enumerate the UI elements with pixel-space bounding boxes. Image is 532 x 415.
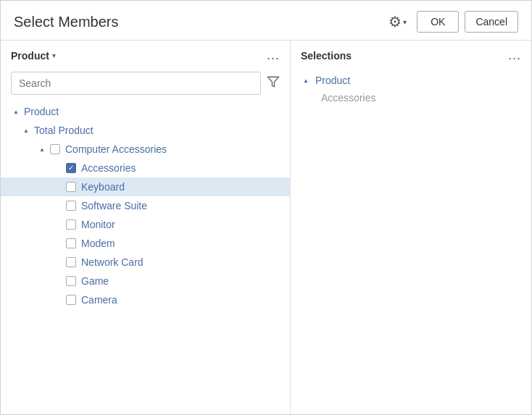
search-area — [1, 69, 290, 102]
camera-checkbox[interactable] — [66, 295, 76, 305]
selections-tree: ▲ Product Accessories — [291, 69, 531, 109]
tree-item-modem[interactable]: Modem — [1, 234, 290, 253]
left-panel-header: Product ▾ ... — [1, 41, 290, 69]
search-input[interactable] — [12, 72, 260, 94]
left-panel-options[interactable]: ... — [267, 48, 280, 63]
filter-icon[interactable] — [267, 75, 280, 91]
dialog-body: Product ▾ ... ▲ — [1, 41, 531, 414]
product-expand-icon: ▲ — [11, 106, 21, 117]
keyboard-label: Keyboard — [81, 181, 125, 193]
total-product-label: Total Product — [34, 125, 93, 136]
tree-item-total-product[interactable]: ▲ Total Product — [1, 121, 290, 140]
tree-item-camera[interactable]: Camera — [1, 290, 290, 309]
selections-product-label: Product — [315, 75, 350, 86]
search-input-wrapper — [11, 72, 261, 95]
monitor-checkbox[interactable] — [66, 219, 76, 230]
game-checkbox[interactable] — [66, 276, 76, 286]
game-label: Game — [81, 275, 109, 287]
tree-item-accessories[interactable]: Accessories — [1, 159, 290, 177]
header-controls: ⚙ ▾ OK Cancel — [384, 11, 518, 33]
software-suite-label: Software Suite — [81, 200, 147, 211]
computer-accessories-expand-icon: ▲ — [37, 144, 47, 154]
tree-list: ▲ Product ▲ Total Product ▲ Computer Acc… — [1, 102, 290, 414]
camera-label: Camera — [81, 294, 117, 306]
tree-item-monitor[interactable]: Monitor — [1, 215, 290, 234]
settings-gear-icon: ⚙ — [388, 14, 402, 29]
chevron-down-icon: ▾ — [403, 18, 407, 26]
dialog-header: Select Members ⚙ ▾ OK Cancel — [1, 1, 531, 41]
product-dropdown[interactable]: Product ▾ — [11, 50, 56, 62]
network-card-checkbox[interactable] — [66, 257, 76, 267]
cancel-button[interactable]: Cancel — [465, 11, 518, 33]
modem-label: Modem — [81, 238, 115, 249]
tree-item-network-card[interactable]: Network Card — [1, 253, 290, 272]
right-panel: Selections ... ▲ Product Accessories — [291, 41, 531, 414]
software-suite-checkbox[interactable] — [66, 201, 76, 211]
dialog-title: Select Members — [14, 14, 119, 30]
selections-product-expand-icon: ▲ — [301, 75, 311, 85]
right-panel-options[interactable]: ... — [508, 48, 521, 63]
tree-item-software-suite[interactable]: Software Suite — [1, 196, 290, 215]
product-label: Product — [24, 106, 59, 117]
svg-marker-0 — [268, 77, 279, 87]
accessories-label: Accessories — [81, 162, 136, 174]
product-chevron-icon: ▾ — [52, 52, 56, 59]
tree-item-game[interactable]: Game — [1, 272, 290, 290]
modem-checkbox[interactable] — [66, 238, 76, 248]
left-panel-title: Product — [11, 50, 49, 62]
settings-button[interactable]: ⚙ ▾ — [384, 12, 411, 32]
right-panel-header: Selections ... — [291, 41, 531, 69]
selections-accessories-item: Accessories — [301, 89, 521, 106]
monitor-label: Monitor — [81, 219, 115, 230]
computer-accessories-label: Computer Accessories — [65, 143, 167, 155]
accessories-checkbox[interactable] — [66, 163, 76, 173]
tree-item-product[interactable]: ▲ Product — [1, 102, 290, 121]
tree-item-computer-accessories[interactable]: ▲ Computer Accessories — [1, 140, 290, 159]
selections-accessories-label: Accessories — [321, 92, 375, 104]
computer-accessories-checkbox[interactable] — [50, 144, 60, 154]
ok-button[interactable]: OK — [417, 11, 459, 33]
left-panel: Product ▾ ... ▲ — [1, 41, 291, 414]
tree-item-keyboard[interactable]: Keyboard — [1, 177, 290, 196]
selections-product-root[interactable]: ▲ Product — [301, 72, 521, 89]
keyboard-checkbox[interactable] — [66, 182, 76, 192]
total-product-expand-icon: ▲ — [21, 125, 31, 135]
selections-title: Selections — [301, 50, 352, 62]
select-members-dialog: Select Members ⚙ ▾ OK Cancel Product ▾ .… — [0, 0, 532, 415]
network-card-label: Network Card — [81, 256, 144, 268]
